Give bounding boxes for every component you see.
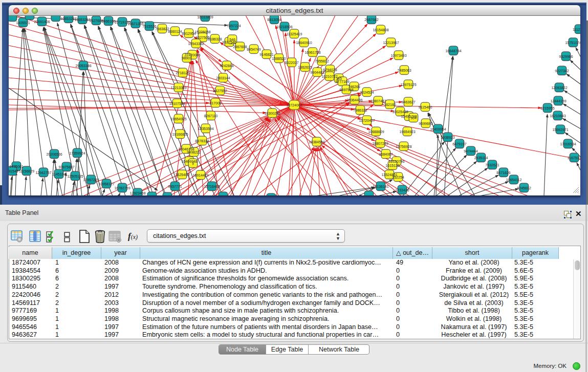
- svg-text:7485063: 7485063: [397, 69, 411, 72]
- svg-text:9115460: 9115460: [419, 105, 432, 109]
- svg-text:1615132: 1615132: [385, 164, 399, 167]
- svg-text:7663822: 7663822: [155, 27, 169, 31]
- svg-text:17359924: 17359924: [69, 151, 85, 155]
- svg-text:98901: 98901: [182, 56, 192, 60]
- svg-text:18300295: 18300295: [264, 112, 280, 115]
- svg-text:8186328: 8186328: [208, 37, 222, 41]
- svg-text:15751074: 15751074: [565, 41, 580, 45]
- svg-text:5938923: 5938923: [441, 136, 454, 139]
- svg-text:3024534: 3024534: [360, 91, 374, 94]
- svg-text:9457771: 9457771: [168, 185, 182, 188]
- svg-text:9329966: 9329966: [559, 55, 573, 58]
- svg-text:8813054: 8813054: [267, 18, 281, 21]
- svg-text:8267110: 8267110: [204, 114, 218, 118]
- svg-text:15226058: 15226058: [194, 30, 210, 34]
- svg-text:12505135: 12505135: [67, 174, 83, 178]
- svg-text:8912954: 8912954: [182, 32, 195, 35]
- svg-text:7632621: 7632621: [485, 163, 499, 167]
- svg-text:16648784: 16648784: [445, 49, 461, 53]
- svg-text:8454749: 8454749: [247, 48, 260, 51]
- svg-text:904: 904: [410, 116, 417, 120]
- svg-text:7986322: 7986322: [353, 108, 367, 112]
- svg-text:9227342: 9227342: [555, 69, 569, 73]
- svg-text:18640910: 18640910: [296, 41, 312, 45]
- svg-text:16914479: 16914479: [192, 173, 208, 177]
- svg-text:10807487: 10807487: [370, 99, 386, 103]
- svg-text:7955812: 7955812: [315, 59, 329, 63]
- svg-text:12923468: 12923468: [129, 191, 145, 195]
- svg-text:1588520: 1588520: [272, 57, 286, 60]
- svg-text:8660124: 8660124: [168, 30, 182, 33]
- svg-text:7857224: 7857224: [227, 24, 241, 28]
- svg-text:9146821: 9146821: [259, 53, 273, 56]
- svg-text:746266: 746266: [348, 85, 360, 89]
- svg-text:9463627: 9463627: [401, 100, 415, 104]
- svg-text:6794028: 6794028: [323, 68, 337, 72]
- svg-text:2935114: 2935114: [474, 156, 488, 160]
- svg-text:9242848: 9242848: [220, 64, 233, 68]
- svg-text:6479197: 6479197: [452, 142, 466, 146]
- svg-text:1145194: 1145194: [52, 172, 66, 176]
- svg-text:9245612: 9245612: [517, 186, 531, 190]
- svg-text:12942757: 12942757: [35, 171, 51, 174]
- svg-text:16409954: 16409954: [430, 127, 446, 131]
- svg-text:29053346: 29053346: [75, 64, 91, 68]
- svg-text:8322037: 8322037: [285, 61, 298, 64]
- svg-text:20206536: 20206536: [46, 152, 62, 156]
- svg-text:20691406: 20691406: [34, 20, 50, 24]
- svg-text:9904483: 9904483: [310, 71, 324, 74]
- svg-text:162160: 162160: [384, 103, 396, 106]
- svg-text:9474444: 9474444: [464, 149, 477, 153]
- svg-text:18807249: 18807249: [372, 142, 388, 145]
- svg-text:19218506: 19218506: [276, 25, 292, 29]
- svg-text:2803144: 2803144: [216, 76, 230, 80]
- svg-text:9684067: 9684067: [379, 152, 393, 156]
- svg-text:16961758: 16961758: [304, 51, 320, 54]
- svg-text:10107534: 10107534: [169, 102, 185, 105]
- svg-text:8215955: 8215955: [540, 106, 554, 110]
- svg-text:9498222: 9498222: [187, 150, 201, 154]
- svg-text:1167533: 1167533: [568, 156, 580, 160]
- svg-text:11325419: 11325419: [287, 32, 302, 36]
- svg-text:93975887: 93975887: [58, 165, 74, 169]
- svg-text:6466160: 6466160: [101, 19, 115, 23]
- svg-text:12213967: 12213967: [383, 41, 399, 45]
- svg-text:16782759: 16782759: [114, 186, 130, 190]
- svg-text:16154808: 16154808: [373, 28, 388, 32]
- svg-text:7515526: 7515526: [142, 25, 156, 28]
- svg-text:12444159: 12444159: [550, 99, 566, 103]
- svg-text:19654925: 19654925: [170, 117, 186, 121]
- svg-text:252254: 252254: [392, 176, 404, 179]
- svg-text:17957225: 17957225: [83, 178, 99, 182]
- svg-text:7625402: 7625402: [175, 173, 189, 177]
- svg-text:1112714: 1112714: [573, 28, 580, 31]
- svg-text:16033809: 16033809: [197, 16, 213, 19]
- svg-text:2687682: 2687682: [364, 18, 378, 21]
- svg-text:15716485: 15716485: [204, 185, 220, 188]
- svg-text:10688609: 10688609: [368, 130, 384, 134]
- svg-text:19756928: 19756928: [396, 145, 411, 148]
- svg-text:13975125: 13975125: [400, 83, 416, 86]
- svg-text:1435061: 1435061: [9, 165, 23, 168]
- svg-text:10025438: 10025438: [392, 110, 408, 114]
- svg-text:1733426: 1733426: [395, 188, 409, 192]
- svg-text:11156829: 11156829: [19, 169, 34, 173]
- svg-text:391549: 391549: [9, 169, 18, 173]
- svg-text:15720407: 15720407: [359, 119, 375, 122]
- svg-text:10654112: 10654112: [506, 178, 522, 182]
- svg-text:8471626: 8471626: [496, 171, 510, 174]
- svg-text:1362615: 1362615: [298, 65, 312, 69]
- svg-text:14136141: 14136141: [373, 185, 388, 188]
- svg-text:9: 9: [192, 162, 194, 165]
- svg-text:9699695: 9699695: [419, 122, 432, 125]
- svg-text:15692971: 15692971: [552, 128, 568, 132]
- svg-text:1405571: 1405571: [16, 21, 30, 25]
- svg-text:12093822: 12093822: [551, 86, 567, 90]
- svg-text:6497568: 6497568: [339, 88, 353, 92]
- svg-text:19654923: 19654923: [399, 130, 415, 134]
- svg-text:16210722: 16210722: [321, 75, 337, 78]
- svg-text:17016534: 17016534: [560, 142, 576, 146]
- svg-text:12213369: 12213369: [170, 86, 186, 90]
- svg-text:317006: 317006: [209, 101, 221, 105]
- svg-text:19384554: 19384554: [309, 140, 324, 144]
